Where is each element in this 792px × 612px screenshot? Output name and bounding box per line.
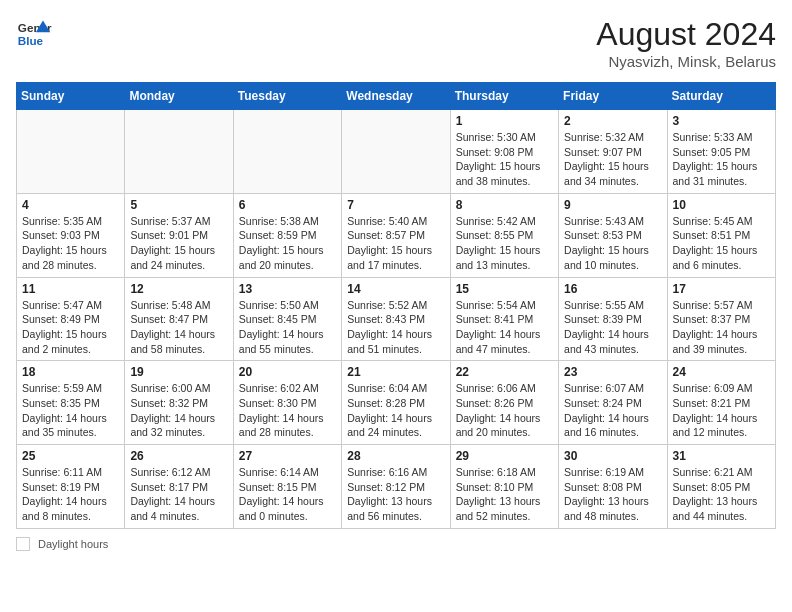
calendar-cell: 16Sunrise: 5:55 AM Sunset: 8:39 PM Dayli… bbox=[559, 277, 667, 361]
day-info: Sunrise: 5:35 AM Sunset: 9:03 PM Dayligh… bbox=[22, 214, 119, 273]
calendar-cell bbox=[233, 110, 341, 194]
day-number: 25 bbox=[22, 449, 119, 463]
calendar-cell: 11Sunrise: 5:47 AM Sunset: 8:49 PM Dayli… bbox=[17, 277, 125, 361]
weekday-header-tuesday: Tuesday bbox=[233, 83, 341, 110]
calendar-cell: 27Sunrise: 6:14 AM Sunset: 8:15 PM Dayli… bbox=[233, 445, 341, 529]
title-area: August 2024 Nyasvizh, Minsk, Belarus bbox=[596, 16, 776, 70]
day-number: 15 bbox=[456, 282, 553, 296]
day-info: Sunrise: 6:09 AM Sunset: 8:21 PM Dayligh… bbox=[673, 381, 770, 440]
day-number: 24 bbox=[673, 365, 770, 379]
calendar-cell: 10Sunrise: 5:45 AM Sunset: 8:51 PM Dayli… bbox=[667, 193, 775, 277]
calendar-cell: 29Sunrise: 6:18 AM Sunset: 8:10 PM Dayli… bbox=[450, 445, 558, 529]
day-info: Sunrise: 5:48 AM Sunset: 8:47 PM Dayligh… bbox=[130, 298, 227, 357]
day-info: Sunrise: 5:59 AM Sunset: 8:35 PM Dayligh… bbox=[22, 381, 119, 440]
calendar-cell: 28Sunrise: 6:16 AM Sunset: 8:12 PM Dayli… bbox=[342, 445, 450, 529]
calendar-cell: 19Sunrise: 6:00 AM Sunset: 8:32 PM Dayli… bbox=[125, 361, 233, 445]
weekday-header-saturday: Saturday bbox=[667, 83, 775, 110]
day-info: Sunrise: 5:47 AM Sunset: 8:49 PM Dayligh… bbox=[22, 298, 119, 357]
weekday-header-sunday: Sunday bbox=[17, 83, 125, 110]
day-info: Sunrise: 6:06 AM Sunset: 8:26 PM Dayligh… bbox=[456, 381, 553, 440]
day-info: Sunrise: 6:19 AM Sunset: 8:08 PM Dayligh… bbox=[564, 465, 661, 524]
calendar-cell: 26Sunrise: 6:12 AM Sunset: 8:17 PM Dayli… bbox=[125, 445, 233, 529]
day-info: Sunrise: 6:07 AM Sunset: 8:24 PM Dayligh… bbox=[564, 381, 661, 440]
week-row-2: 4Sunrise: 5:35 AM Sunset: 9:03 PM Daylig… bbox=[17, 193, 776, 277]
week-row-5: 25Sunrise: 6:11 AM Sunset: 8:19 PM Dayli… bbox=[17, 445, 776, 529]
calendar-cell: 17Sunrise: 5:57 AM Sunset: 8:37 PM Dayli… bbox=[667, 277, 775, 361]
day-info: Sunrise: 5:32 AM Sunset: 9:07 PM Dayligh… bbox=[564, 130, 661, 189]
day-number: 5 bbox=[130, 198, 227, 212]
calendar-cell: 18Sunrise: 5:59 AM Sunset: 8:35 PM Dayli… bbox=[17, 361, 125, 445]
day-number: 23 bbox=[564, 365, 661, 379]
day-info: Sunrise: 5:33 AM Sunset: 9:05 PM Dayligh… bbox=[673, 130, 770, 189]
day-info: Sunrise: 6:18 AM Sunset: 8:10 PM Dayligh… bbox=[456, 465, 553, 524]
calendar-cell bbox=[125, 110, 233, 194]
calendar-cell: 8Sunrise: 5:42 AM Sunset: 8:55 PM Daylig… bbox=[450, 193, 558, 277]
daylight-box bbox=[16, 537, 30, 551]
day-info: Sunrise: 5:55 AM Sunset: 8:39 PM Dayligh… bbox=[564, 298, 661, 357]
calendar-cell: 20Sunrise: 6:02 AM Sunset: 8:30 PM Dayli… bbox=[233, 361, 341, 445]
day-info: Sunrise: 6:04 AM Sunset: 8:28 PM Dayligh… bbox=[347, 381, 444, 440]
calendar-cell: 7Sunrise: 5:40 AM Sunset: 8:57 PM Daylig… bbox=[342, 193, 450, 277]
day-number: 13 bbox=[239, 282, 336, 296]
day-number: 30 bbox=[564, 449, 661, 463]
day-number: 14 bbox=[347, 282, 444, 296]
calendar-cell: 31Sunrise: 6:21 AM Sunset: 8:05 PM Dayli… bbox=[667, 445, 775, 529]
day-number: 21 bbox=[347, 365, 444, 379]
day-number: 9 bbox=[564, 198, 661, 212]
day-number: 8 bbox=[456, 198, 553, 212]
day-info: Sunrise: 5:45 AM Sunset: 8:51 PM Dayligh… bbox=[673, 214, 770, 273]
weekday-header-thursday: Thursday bbox=[450, 83, 558, 110]
weekday-header-wednesday: Wednesday bbox=[342, 83, 450, 110]
day-info: Sunrise: 5:50 AM Sunset: 8:45 PM Dayligh… bbox=[239, 298, 336, 357]
day-number: 16 bbox=[564, 282, 661, 296]
week-row-1: 1Sunrise: 5:30 AM Sunset: 9:08 PM Daylig… bbox=[17, 110, 776, 194]
svg-text:Blue: Blue bbox=[18, 34, 44, 47]
weekday-header-monday: Monday bbox=[125, 83, 233, 110]
day-info: Sunrise: 5:54 AM Sunset: 8:41 PM Dayligh… bbox=[456, 298, 553, 357]
calendar-cell bbox=[17, 110, 125, 194]
day-number: 29 bbox=[456, 449, 553, 463]
calendar-cell: 25Sunrise: 6:11 AM Sunset: 8:19 PM Dayli… bbox=[17, 445, 125, 529]
calendar-cell: 3Sunrise: 5:33 AM Sunset: 9:05 PM Daylig… bbox=[667, 110, 775, 194]
calendar-cell: 30Sunrise: 6:19 AM Sunset: 8:08 PM Dayli… bbox=[559, 445, 667, 529]
day-number: 27 bbox=[239, 449, 336, 463]
day-info: Sunrise: 5:52 AM Sunset: 8:43 PM Dayligh… bbox=[347, 298, 444, 357]
day-number: 3 bbox=[673, 114, 770, 128]
week-row-3: 11Sunrise: 5:47 AM Sunset: 8:49 PM Dayli… bbox=[17, 277, 776, 361]
day-number: 18 bbox=[22, 365, 119, 379]
calendar-table: SundayMondayTuesdayWednesdayThursdayFrid… bbox=[16, 82, 776, 529]
day-info: Sunrise: 6:00 AM Sunset: 8:32 PM Dayligh… bbox=[130, 381, 227, 440]
day-info: Sunrise: 6:02 AM Sunset: 8:30 PM Dayligh… bbox=[239, 381, 336, 440]
calendar-cell: 21Sunrise: 6:04 AM Sunset: 8:28 PM Dayli… bbox=[342, 361, 450, 445]
day-number: 19 bbox=[130, 365, 227, 379]
day-info: Sunrise: 5:38 AM Sunset: 8:59 PM Dayligh… bbox=[239, 214, 336, 273]
day-number: 11 bbox=[22, 282, 119, 296]
logo-icon: General Blue bbox=[16, 16, 52, 52]
day-number: 12 bbox=[130, 282, 227, 296]
day-info: Sunrise: 5:40 AM Sunset: 8:57 PM Dayligh… bbox=[347, 214, 444, 273]
calendar-cell: 9Sunrise: 5:43 AM Sunset: 8:53 PM Daylig… bbox=[559, 193, 667, 277]
daylight-label: Daylight hours bbox=[38, 538, 108, 550]
day-number: 22 bbox=[456, 365, 553, 379]
calendar-cell: 5Sunrise: 5:37 AM Sunset: 9:01 PM Daylig… bbox=[125, 193, 233, 277]
weekday-header-row: SundayMondayTuesdayWednesdayThursdayFrid… bbox=[17, 83, 776, 110]
day-info: Sunrise: 5:43 AM Sunset: 8:53 PM Dayligh… bbox=[564, 214, 661, 273]
calendar-cell: 24Sunrise: 6:09 AM Sunset: 8:21 PM Dayli… bbox=[667, 361, 775, 445]
day-info: Sunrise: 6:12 AM Sunset: 8:17 PM Dayligh… bbox=[130, 465, 227, 524]
day-number: 20 bbox=[239, 365, 336, 379]
calendar-cell bbox=[342, 110, 450, 194]
day-info: Sunrise: 5:30 AM Sunset: 9:08 PM Dayligh… bbox=[456, 130, 553, 189]
day-number: 28 bbox=[347, 449, 444, 463]
calendar-cell: 15Sunrise: 5:54 AM Sunset: 8:41 PM Dayli… bbox=[450, 277, 558, 361]
day-number: 6 bbox=[239, 198, 336, 212]
day-info: Sunrise: 5:37 AM Sunset: 9:01 PM Dayligh… bbox=[130, 214, 227, 273]
calendar-cell: 12Sunrise: 5:48 AM Sunset: 8:47 PM Dayli… bbox=[125, 277, 233, 361]
day-number: 17 bbox=[673, 282, 770, 296]
calendar-cell: 13Sunrise: 5:50 AM Sunset: 8:45 PM Dayli… bbox=[233, 277, 341, 361]
calendar-cell: 14Sunrise: 5:52 AM Sunset: 8:43 PM Dayli… bbox=[342, 277, 450, 361]
day-number: 4 bbox=[22, 198, 119, 212]
day-number: 10 bbox=[673, 198, 770, 212]
day-info: Sunrise: 5:57 AM Sunset: 8:37 PM Dayligh… bbox=[673, 298, 770, 357]
calendar-cell: 2Sunrise: 5:32 AM Sunset: 9:07 PM Daylig… bbox=[559, 110, 667, 194]
day-number: 31 bbox=[673, 449, 770, 463]
